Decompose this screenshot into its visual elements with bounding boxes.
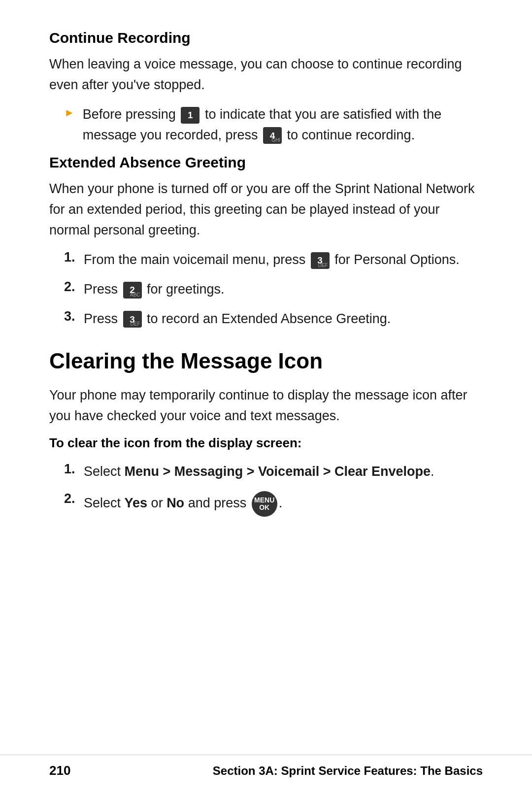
- clear-step-2-content: Select Yes or No and press MENUOK.: [84, 491, 282, 517]
- continue-recording-body: When leaving a voice message, you can ch…: [49, 54, 483, 96]
- step-2-content: Press 2 ABC for greetings.: [84, 279, 225, 300]
- bullet-item-1: ► Before pressing 1 to indicate that you…: [49, 104, 483, 146]
- step-3: 3. Press 3 DEF to record an Extended Abs…: [49, 309, 483, 330]
- menu-ok-button: MENUOK: [252, 491, 277, 517]
- extended-absence-steps: 1. From the main voicemail menu, press 3…: [49, 250, 483, 330]
- clear-step-1: 1. Select Menu > Messaging > Voicemail >…: [49, 462, 483, 482]
- clearing-steps: 1. Select Menu > Messaging > Voicemail >…: [49, 462, 483, 517]
- step-3-content: Press 3 DEF to record an Extended Absenc…: [84, 309, 391, 330]
- step-1: 1. From the main voicemail menu, press 3…: [49, 250, 483, 270]
- clear-step-1-content: Select Menu > Messaging > Voicemail > Cl…: [84, 462, 434, 482]
- key-4-button: 4 GHI: [263, 127, 282, 144]
- key-2-button-step2: 2 ABC: [123, 282, 142, 299]
- clearing-message-icon-section: Clearing the Message Icon Your phone may…: [49, 349, 483, 517]
- no-label: No: [166, 496, 184, 510]
- step-2-num: 2.: [64, 279, 77, 295]
- continue-recording-bullets: ► Before pressing 1 to indicate that you…: [49, 104, 483, 146]
- chapter-heading: Clearing the Message Icon: [49, 349, 483, 373]
- extended-absence-section: Extended Absence Greeting When your phon…: [49, 154, 483, 329]
- step-2: 2. Press 2 ABC for greetings.: [49, 279, 483, 300]
- yes-label: Yes: [125, 496, 148, 510]
- key-3-button-step3: 3 DEF: [123, 311, 142, 328]
- key-1-button: 1: [181, 107, 200, 124]
- page: Continue Recording When leaving a voice …: [0, 0, 532, 798]
- footer-page-number: 210: [49, 763, 70, 778]
- clear-step-2-num: 2.: [64, 491, 77, 506]
- page-footer: 210 Section 3A: Sprint Service Features:…: [0, 755, 532, 778]
- bold-menu-path: Menu > Messaging > Voicemail > Clear Env…: [125, 464, 431, 479]
- step-3-num: 3.: [64, 309, 77, 324]
- chapter-body: Your phone may temporarily continue to d…: [49, 385, 483, 427]
- extended-absence-body: When your phone is turned off or you are…: [49, 179, 483, 241]
- continue-recording-section: Continue Recording When leaving a voice …: [49, 30, 483, 145]
- key-3-button-step1: 3 DEF: [311, 252, 330, 269]
- step-1-num: 1.: [64, 250, 77, 265]
- footer-section-text: Section 3A: Sprint Service Features: The…: [213, 764, 483, 778]
- clear-step-1-num: 1.: [64, 462, 77, 477]
- clear-step-2: 2. Select Yes or No and press MENUOK.: [49, 491, 483, 517]
- arrow-bullet-icon: ►: [64, 106, 75, 119]
- continue-recording-heading: Continue Recording: [49, 30, 483, 46]
- extended-absence-heading: Extended Absence Greeting: [49, 154, 483, 171]
- clear-icon-label: To clear the icon from the display scree…: [49, 435, 483, 451]
- bullet-1-content: Before pressing 1 to indicate that you a…: [83, 104, 483, 146]
- step-1-content: From the main voicemail menu, press 3 DE…: [84, 250, 460, 270]
